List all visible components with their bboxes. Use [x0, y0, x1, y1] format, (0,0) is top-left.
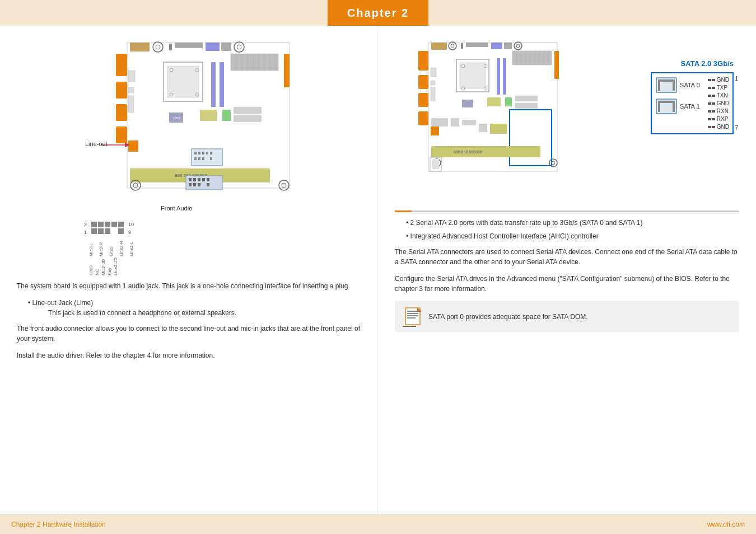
svg-rect-50	[210, 157, 212, 160]
pin-number-1: 1	[735, 76, 738, 82]
chapter-title: Chapter 2	[347, 7, 409, 20]
svg-point-83	[449, 42, 456, 50]
svg-rect-124	[431, 146, 540, 157]
svg-rect-120	[479, 124, 487, 132]
svg-rect-23	[128, 96, 134, 113]
svg-rect-116	[515, 103, 538, 109]
sata-bullet-1: 2 Serial ATA 2.0 ports with data transfe…	[406, 218, 739, 228]
svg-rect-118	[451, 118, 459, 127]
svg-rect-109	[431, 68, 436, 77]
header-left-decoration	[0, 0, 328, 26]
svg-rect-110	[431, 81, 435, 85]
svg-text:888 888 888888: 888 888 888888	[454, 150, 482, 154]
svg-rect-14	[284, 54, 290, 87]
left-board-svg: CPU 888 8	[82, 37, 295, 216]
svg-rect-3	[116, 104, 127, 121]
svg-rect-71	[658, 79, 675, 82]
svg-point-128	[549, 159, 557, 167]
svg-point-84	[451, 44, 454, 48]
svg-rect-48	[198, 157, 200, 160]
page-header: Chapter 2	[0, 0, 756, 26]
svg-rect-39	[234, 107, 262, 114]
svg-rect-64	[207, 178, 209, 181]
lineout-jack-sub: This jack is used to connect a headphone…	[48, 309, 236, 317]
header-right-decoration	[428, 0, 756, 26]
svg-rect-78	[418, 51, 428, 71]
section-divider	[395, 210, 739, 212]
svg-rect-80	[418, 93, 428, 107]
svg-rect-68	[207, 183, 209, 186]
svg-point-7	[156, 45, 160, 49]
svg-rect-57	[128, 140, 138, 152]
svg-rect-79	[418, 75, 428, 89]
svg-rect-117	[431, 118, 448, 127]
svg-rect-37	[200, 110, 217, 121]
pin-vertical-labels: Mic2-L Mic2-R GND Line2-R Line2-L	[88, 241, 361, 256]
sata-connectors-column: SATA 0	[655, 77, 700, 115]
svg-rect-113	[487, 97, 501, 106]
svg-rect-137	[407, 317, 416, 318]
svg-rect-2	[116, 82, 127, 99]
footer-chapter-label: Chapter 2 Hardware Installation	[11, 521, 106, 528]
sata-connector-diagram: SATA 0	[651, 72, 734, 134]
svg-rect-87	[491, 43, 502, 49]
pin-numbers-column: 2 1	[84, 222, 87, 235]
svg-rect-136	[407, 315, 418, 316]
right-panel: SATA 2.0 3Gb/s	[378, 26, 756, 514]
svg-rect-40	[234, 115, 262, 122]
svg-rect-134	[407, 311, 418, 312]
svg-rect-4	[116, 127, 127, 143]
svg-rect-11	[221, 43, 231, 51]
svg-rect-98	[512, 51, 552, 65]
sata-callout: SATA 2.0 3Gb/s	[651, 59, 734, 134]
pin-number-7: 7	[735, 125, 738, 131]
svg-rect-66	[193, 183, 196, 186]
footer-website: www.dfi.com	[707, 521, 745, 528]
sata1-connector: SATA 1	[655, 98, 700, 115]
svg-rect-88	[504, 43, 512, 49]
svg-rect-65	[189, 183, 192, 186]
svg-rect-26	[231, 54, 278, 71]
main-content: CPU 888 8	[0, 26, 756, 514]
note-icon	[403, 306, 423, 326]
sata-bullet-2: Integrated Advanced Host Controller Inte…	[406, 231, 739, 241]
svg-point-13	[237, 45, 241, 49]
right-board-svg: 888 888 888888	[395, 37, 563, 182]
svg-rect-114	[505, 97, 512, 106]
pin-top-labels: GND NC Mic2-JD Key Line2-JD	[88, 257, 361, 275]
left-motherboard-diagram: CPU 888 8	[82, 37, 295, 216]
svg-point-55	[279, 180, 289, 190]
label-lineout: Line-out	[85, 140, 108, 147]
svg-rect-119	[462, 120, 476, 125]
svg-point-56	[282, 183, 286, 188]
svg-rect-38	[222, 110, 231, 121]
svg-rect-59	[186, 176, 222, 190]
svg-rect-115	[515, 96, 538, 101]
sata0-label: SATA 0	[680, 82, 700, 88]
pin-grid-visual	[91, 222, 124, 235]
svg-rect-81	[418, 111, 428, 125]
svg-rect-10	[206, 43, 220, 51]
svg-rect-111	[431, 87, 435, 101]
svg-point-12	[234, 42, 244, 52]
sata-description: The Serial ATA connectors are used to co…	[395, 247, 739, 267]
svg-rect-1	[116, 54, 127, 76]
svg-rect-108	[503, 58, 506, 95]
sata1-svg	[655, 98, 678, 115]
note-icon-svg	[403, 306, 423, 326]
svg-rect-46	[210, 152, 212, 154]
svg-rect-21	[128, 71, 135, 82]
svg-rect-63	[202, 178, 205, 181]
sata0-svg	[655, 77, 678, 93]
svg-rect-121	[490, 124, 507, 134]
svg-rect-42	[194, 152, 197, 154]
install-driver-text: Install the audio driver. Refer to the c…	[17, 350, 361, 360]
svg-rect-72	[673, 79, 675, 91]
pin-numbers-right: 10 9	[128, 222, 134, 235]
left-panel: CPU 888 8	[0, 26, 378, 514]
svg-rect-25	[220, 62, 224, 107]
svg-rect-82	[431, 43, 447, 50]
pin-labels-section: 2 1 10 9	[84, 222, 361, 235]
svg-rect-67	[198, 183, 200, 186]
svg-rect-16	[167, 66, 199, 97]
